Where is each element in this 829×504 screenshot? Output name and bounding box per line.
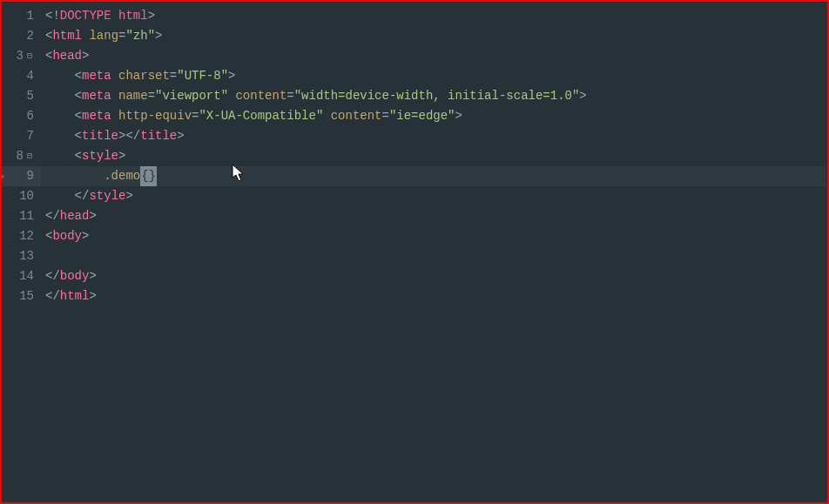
line-number: 12 bbox=[19, 229, 34, 243]
code-line[interactable]: <!DOCTYPE html> bbox=[40, 6, 827, 26]
line-number: 14 bbox=[19, 269, 34, 283]
line-number: 5 bbox=[27, 89, 34, 103]
code-line[interactable]: </body> bbox=[40, 266, 827, 286]
fold-toggle-icon[interactable]: ⊟ bbox=[25, 46, 34, 66]
code-line[interactable]: <style> bbox=[40, 146, 827, 166]
code-editor[interactable]: 1 2 3⊟ 4 5 6 7 8⊟ 9 10 11 12 13 14 15 <!… bbox=[2, 2, 827, 502]
code-line[interactable]: </style> bbox=[40, 186, 827, 206]
code-line[interactable]: .demo{} bbox=[40, 166, 827, 186]
code-line[interactable]: <html lang="zh"> bbox=[40, 26, 827, 46]
gutter[interactable]: 1 2 3⊟ 4 5 6 7 8⊟ 9 10 11 12 13 14 15 bbox=[2, 2, 40, 502]
code-line[interactable]: <meta name="viewport" content="width=dev… bbox=[40, 86, 827, 106]
code-line[interactable] bbox=[40, 246, 827, 266]
line-number: 8 bbox=[17, 149, 24, 163]
code-area[interactable]: <!DOCTYPE html> <html lang="zh"> <head> … bbox=[40, 2, 827, 502]
code-line[interactable]: <meta charset="UTF-8"> bbox=[40, 66, 827, 86]
line-number: 6 bbox=[27, 109, 34, 123]
line-number: 11 bbox=[19, 209, 34, 223]
code-line[interactable]: <meta http-equiv="X-UA-Compatible" conte… bbox=[40, 106, 827, 126]
text-cursor: {} bbox=[140, 166, 157, 186]
line-number: 7 bbox=[27, 129, 34, 143]
line-number: 13 bbox=[19, 249, 34, 263]
code-line[interactable]: </html> bbox=[40, 286, 827, 306]
line-number: 2 bbox=[27, 29, 34, 43]
fold-toggle-icon[interactable]: ⊟ bbox=[25, 146, 34, 166]
line-number: 9 bbox=[27, 169, 34, 183]
code-line[interactable]: <head> bbox=[40, 46, 827, 66]
code-line[interactable]: <body> bbox=[40, 226, 827, 246]
code-line[interactable]: <title></title> bbox=[40, 126, 827, 146]
line-number: 1 bbox=[27, 9, 34, 23]
line-number: 10 bbox=[19, 189, 34, 203]
code-line[interactable]: </head> bbox=[40, 206, 827, 226]
line-number: 3 bbox=[17, 49, 24, 63]
line-number: 15 bbox=[19, 289, 34, 303]
line-number: 4 bbox=[27, 69, 34, 83]
